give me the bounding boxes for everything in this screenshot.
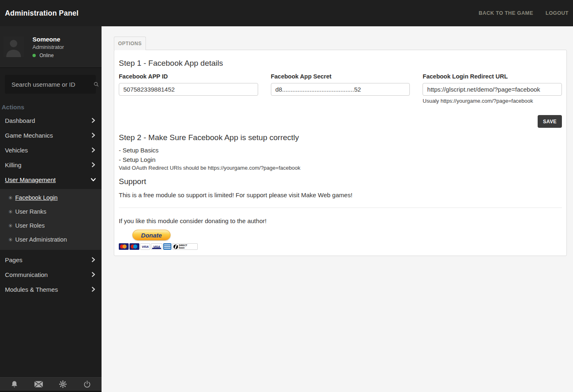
sidebar-item-label: Modules & Themes [5, 286, 90, 293]
sidebar-item-label: Communication [5, 271, 90, 278]
sidebar-item-communication[interactable]: Communication [0, 267, 102, 282]
facebook-app-secret-input[interactable] [271, 83, 410, 96]
field-facebook-app-secret: Facebook App Secret [271, 73, 410, 104]
mastercard-icon [119, 243, 129, 250]
gear-icon [59, 380, 67, 388]
redirect-url-helper: Usualy https://yourgame.com/?page=facebo… [423, 98, 562, 104]
sidebar-item-label: Vehicles [5, 147, 90, 154]
submenu-item-label: User Ranks [15, 208, 46, 215]
submenu-item-label: User Administration [15, 236, 67, 243]
save-row: SAVE [119, 115, 562, 128]
search-input[interactable] [12, 81, 93, 88]
support-heading: Support [119, 177, 562, 186]
divider [119, 208, 562, 208]
submenu-item-label: Facebook Login [15, 194, 58, 201]
tab-options-label: OPTIONS [118, 41, 142, 46]
asterisk-bullet-icon: ✳ [8, 237, 15, 243]
field-facebook-app-id: Facebook APP ID [119, 73, 258, 104]
chevron-down-icon [90, 177, 96, 182]
power-icon [83, 380, 91, 388]
chevron-right-icon [90, 257, 96, 263]
logout-link[interactable]: LOGOUT [545, 10, 568, 16]
topbar-links: BACK TO THE GAME LOGOUT [479, 10, 568, 16]
search-icon[interactable] [93, 81, 99, 87]
chevron-right-icon [90, 162, 96, 168]
topbar: Administration Panel BACK TO THE GAME LO… [0, 0, 573, 26]
direct-debit-icon: DIRECT Debit [172, 243, 198, 250]
main-content: OPTIONS Step 1 - Facebook App details Fa… [102, 26, 573, 392]
facebook-app-id-input[interactable] [119, 83, 258, 96]
step1-fields: Facebook APP ID Facebook App Secret Face… [119, 73, 562, 104]
sidebar-item-vehicles[interactable]: Vehicles [0, 143, 102, 157]
field-label: Facebook APP ID [119, 73, 258, 80]
sidebar-item-label: Dashboard [5, 117, 90, 124]
maestro-icon [129, 243, 139, 250]
sidebar: Someone Administrator Online Actions Das… [0, 26, 102, 392]
tab-row: OPTIONS [114, 37, 573, 50]
setup-basics-line: - Setup Basics [119, 147, 562, 154]
chevron-right-icon [90, 272, 96, 277]
settings-button[interactable] [58, 380, 67, 389]
person-icon [3, 37, 24, 57]
chevron-right-icon [90, 132, 96, 138]
online-status-dot [32, 54, 36, 57]
submenu-item-label: User Roles [15, 222, 45, 229]
field-label: Facebook App Secret [271, 73, 410, 80]
sidebar-item-label: Killing [5, 161, 90, 168]
step2-heading: Step 2 - Make Sure Facebook App is setup… [119, 133, 562, 142]
oauth-note: Valid OAuth Redirect URIs should be http… [119, 165, 562, 171]
search-box[interactable] [5, 75, 96, 94]
amex-icon [163, 243, 171, 250]
facebook-redirect-url-input[interactable] [423, 83, 562, 96]
sidebar-item-facebook-login[interactable]: ✳ Facebook Login [0, 191, 102, 205]
chevron-right-icon [90, 147, 96, 153]
tab-options[interactable]: OPTIONS [114, 37, 146, 50]
actions-section-label: Actions [0, 99, 102, 113]
donate-button-label: Donate [141, 232, 162, 239]
visa-electron-icon: VISA [151, 243, 162, 250]
sidebar-item-label: User Management [5, 176, 90, 183]
profile-status: Online [32, 53, 64, 58]
messages-button[interactable] [34, 380, 43, 389]
asterisk-bullet-icon: ✳ [8, 209, 15, 215]
mail-icon [34, 380, 43, 388]
save-button[interactable]: SAVE [538, 115, 562, 128]
chevron-right-icon [90, 286, 96, 292]
notifications-button[interactable] [10, 380, 19, 389]
sidebar-item-user-management[interactable]: User Management [0, 172, 102, 187]
support-text: This is a free module so support is limi… [119, 191, 562, 198]
sidebar-item-dashboard[interactable]: Dashboard [0, 113, 102, 128]
step1-heading: Step 1 - Facebook App details [119, 59, 562, 68]
setup-login-line: - Setup Login [119, 156, 562, 163]
sidebar-item-pages[interactable]: Pages [0, 252, 102, 267]
sidebar-item-user-administration[interactable]: ✳ User Administration [0, 233, 102, 247]
sidebar-item-label: Pages [5, 256, 90, 263]
online-status-label: Online [39, 53, 54, 58]
sidebar-item-killing[interactable]: Killing [0, 157, 102, 172]
app-title: Administration Panel [5, 9, 79, 18]
sidebar-item-label: Game Mechanics [5, 132, 90, 139]
donate-text: If you like this module consider donatin… [119, 217, 562, 224]
sidebar-item-user-ranks[interactable]: ✳ User Ranks [0, 205, 102, 219]
sidebar-footer [0, 377, 102, 391]
field-label: Facebook Login Redirect URL [423, 73, 562, 80]
sidebar-item-user-roles[interactable]: ✳ User Roles [0, 219, 102, 233]
avatar [3, 37, 24, 57]
sidebar-item-modules-themes[interactable]: Modules & Themes [0, 282, 102, 297]
paypal-donate-button[interactable]: Donate [132, 230, 171, 240]
user-management-submenu: ✳ Facebook Login ✳ User Ranks ✳ User Rol… [0, 189, 102, 250]
search-wrap [0, 68, 102, 99]
payment-cards-row: VISA VISA DIRECT Debit [119, 243, 562, 250]
profile-name: Someone [32, 36, 64, 43]
profile-role: Administrator [32, 44, 64, 50]
bell-icon [10, 380, 18, 388]
sidebar-item-game-mechanics[interactable]: Game Mechanics [0, 128, 102, 143]
asterisk-bullet-icon: ✳ [8, 195, 15, 201]
profile-section: Someone Administrator Online [0, 26, 102, 68]
back-to-game-link[interactable]: BACK TO THE GAME [479, 10, 534, 16]
profile-info: Someone Administrator Online [32, 36, 64, 58]
options-panel: Step 1 - Facebook App details Facebook A… [114, 50, 567, 256]
field-facebook-redirect-url: Facebook Login Redirect URL Usualy https… [423, 73, 562, 104]
asterisk-bullet-icon: ✳ [8, 223, 15, 229]
power-button[interactable] [83, 380, 92, 389]
